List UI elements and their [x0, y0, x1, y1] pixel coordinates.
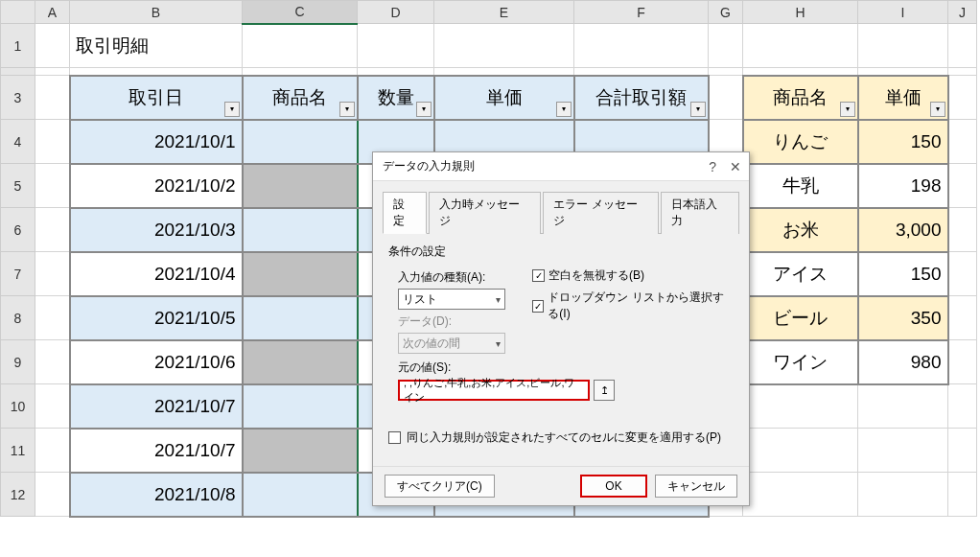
table-header-date[interactable]: 取引日▾ [70, 76, 243, 120]
table-header-total[interactable]: 合計取引額▾ [574, 76, 709, 120]
product-cell[interactable] [243, 473, 358, 517]
row-header[interactable]: 4 [1, 120, 35, 164]
range-picker-icon[interactable]: ↥ [594, 380, 615, 401]
item-price[interactable]: 350 [858, 296, 948, 340]
ignore-blank-checkbox[interactable]: 空白を無視する(B) [532, 267, 734, 284]
item-price[interactable]: 980 [858, 340, 948, 384]
product-cell[interactable] [243, 164, 358, 208]
item-name[interactable]: ワイン [743, 340, 858, 384]
date-cell[interactable]: 2021/10/4 [70, 252, 243, 296]
item-name[interactable]: 牛乳 [743, 164, 858, 208]
dialog-titlebar[interactable]: データの入力規則 ? ✕ [373, 152, 749, 181]
in-cell-dropdown-checkbox[interactable]: ドロップダウン リストから選択する(I) [532, 290, 734, 322]
cell[interactable] [743, 473, 858, 517]
col-header-D[interactable]: D [358, 1, 434, 24]
date-cell[interactable]: 2021/10/6 [70, 340, 243, 384]
product-cell[interactable] [243, 296, 358, 340]
cell[interactable] [35, 384, 70, 429]
item-name[interactable]: お米 [743, 208, 858, 252]
cell[interactable] [948, 164, 977, 208]
cell[interactable] [35, 473, 70, 517]
cancel-button[interactable]: キャンセル [655, 475, 737, 498]
item-price[interactable]: 150 [858, 252, 948, 296]
row-header[interactable]: 10 [1, 384, 35, 429]
cell[interactable] [743, 384, 858, 429]
cell[interactable] [858, 429, 948, 473]
product-cell[interactable] [243, 252, 358, 296]
col-header-H[interactable]: H [743, 1, 858, 24]
row-header-2[interactable] [1, 68, 35, 76]
help-icon[interactable]: ? [709, 159, 716, 174]
table2-header-price[interactable]: 単価▾ [858, 76, 948, 120]
col-header-C[interactable]: C [243, 1, 358, 24]
cell[interactable] [948, 429, 977, 473]
source-input[interactable]: , ,りんご,牛乳,お米,アイス,ビール,ワイン [398, 380, 590, 401]
row-header[interactable]: 5 [1, 164, 35, 208]
apply-all-checkbox[interactable]: 同じ入力規則が設定されたすべてのセルに変更を適用する(P) [388, 429, 734, 446]
item-price[interactable]: 3,000 [858, 208, 948, 252]
cell[interactable] [35, 164, 70, 208]
cell[interactable] [858, 384, 948, 429]
ok-button[interactable]: OK [580, 475, 647, 498]
tab-input-message[interactable]: 入力時メッセージ [429, 192, 542, 234]
col-header-G[interactable]: G [709, 1, 743, 24]
cell[interactable] [743, 429, 858, 473]
col-header-E[interactable]: E [434, 1, 574, 24]
table-header-product[interactable]: 商品名▾ [243, 76, 358, 120]
item-name[interactable]: ビール [743, 296, 858, 340]
date-cell[interactable]: 2021/10/5 [70, 296, 243, 340]
cell[interactable] [434, 24, 574, 68]
row-header[interactable]: 12 [1, 473, 35, 517]
date-cell[interactable]: 2021/10/1 [70, 120, 243, 164]
tab-ime-mode[interactable]: 日本語入力 [661, 192, 739, 234]
date-cell[interactable]: 2021/10/7 [70, 384, 243, 429]
date-cell[interactable]: 2021/10/3 [70, 208, 243, 252]
product-cell[interactable] [243, 208, 358, 252]
row-header-1[interactable]: 1 [1, 24, 35, 68]
row-header-3[interactable]: 3 [1, 76, 35, 120]
item-name[interactable]: りんご [743, 120, 858, 164]
filter-icon[interactable]: ▾ [840, 102, 855, 117]
cell[interactable] [948, 120, 977, 164]
date-cell[interactable]: 2021/10/2 [70, 164, 243, 208]
row-header[interactable]: 8 [1, 296, 35, 340]
cell[interactable] [35, 76, 70, 120]
cell[interactable] [948, 473, 977, 517]
col-header-A[interactable]: A [35, 1, 70, 24]
filter-icon[interactable]: ▾ [416, 102, 432, 117]
product-cell[interactable] [243, 120, 358, 164]
col-header-B[interactable]: B [70, 1, 243, 24]
row-header[interactable]: 11 [1, 429, 35, 473]
cell[interactable] [948, 24, 977, 68]
item-price[interactable]: 198 [858, 164, 948, 208]
cell[interactable] [858, 473, 948, 517]
tab-error-alert[interactable]: エラー メッセージ [543, 192, 659, 234]
cell[interactable] [35, 252, 70, 296]
cell[interactable] [709, 24, 743, 68]
cell[interactable] [35, 429, 70, 473]
item-price[interactable]: 150 [858, 120, 948, 164]
date-cell[interactable]: 2021/10/7 [70, 429, 243, 473]
col-header-J[interactable]: J [948, 1, 977, 24]
cell[interactable] [35, 120, 70, 164]
item-name[interactable]: アイス [743, 252, 858, 296]
cell[interactable] [35, 296, 70, 340]
table2-header-product[interactable]: 商品名▾ [743, 76, 858, 120]
cell[interactable] [948, 384, 977, 429]
table-header-price[interactable]: 単価▾ [434, 76, 574, 120]
col-header-I[interactable]: I [858, 1, 948, 24]
page-title[interactable]: 取引明細 [70, 24, 243, 68]
table-header-qty[interactable]: 数量▾ [358, 76, 434, 120]
cell[interactable] [358, 24, 434, 68]
filter-icon[interactable]: ▾ [690, 102, 706, 117]
cell[interactable] [948, 340, 977, 384]
allow-select[interactable]: リスト ▾ [398, 289, 505, 310]
cell[interactable] [948, 76, 977, 120]
tab-settings[interactable]: 設定 [383, 192, 427, 234]
cell[interactable] [948, 208, 977, 252]
product-cell[interactable] [243, 384, 358, 429]
col-header-F[interactable]: F [574, 1, 709, 24]
filter-icon[interactable]: ▾ [224, 102, 240, 117]
cell[interactable] [35, 24, 70, 68]
filter-icon[interactable]: ▾ [556, 102, 572, 117]
